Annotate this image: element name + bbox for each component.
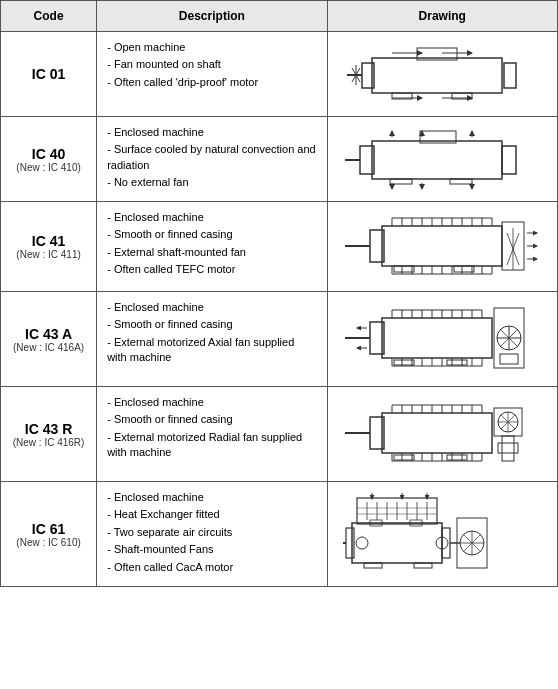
- ic-new-code: (New : IC 416A): [9, 342, 88, 353]
- svg-rect-93: [500, 354, 518, 364]
- svg-rect-62: [454, 266, 474, 272]
- description-item: Smooth or finned casing: [107, 317, 316, 332]
- drawing-cell: [327, 32, 557, 117]
- table-row: IC 40(New : IC 410)Enclosed machineSurfa…: [1, 117, 558, 202]
- code-cell: IC 43 R(New : IC 416R): [1, 387, 97, 482]
- description-item: Two separate air circuits: [107, 525, 316, 540]
- code-cell: IC 40(New : IC 410): [1, 117, 97, 202]
- description-item: Smooth or finned casing: [107, 227, 316, 242]
- ic-code: IC 40: [9, 146, 88, 162]
- description-item: Enclosed machine: [107, 395, 316, 410]
- description-item: Enclosed machine: [107, 210, 316, 225]
- description-item: Enclosed machine: [107, 300, 316, 315]
- svg-rect-132: [394, 455, 414, 460]
- description-cell: Enclosed machineSmooth or finned casingE…: [97, 387, 327, 482]
- ic-code: IC 43 A: [9, 326, 88, 342]
- drawing-cell: [327, 387, 557, 482]
- ic-new-code: (New : IC 411): [9, 249, 88, 260]
- description-cell: Enclosed machineSmooth or finned casingE…: [97, 292, 327, 387]
- drawing-cell: [327, 202, 557, 292]
- description-item: No external fan: [107, 175, 316, 190]
- description-item: Enclosed machine: [107, 125, 316, 140]
- svg-rect-134: [352, 523, 442, 563]
- ic-code: IC 41: [9, 233, 88, 249]
- description-item: Fan mounted on shaft: [107, 57, 316, 72]
- ic-new-code: (New : IC 416R): [9, 437, 88, 448]
- ic-new-code: (New : IC 610): [9, 537, 88, 548]
- svg-rect-98: [447, 360, 467, 365]
- svg-rect-136: [442, 528, 450, 558]
- description-item: Surface cooled by natural convection and…: [107, 142, 316, 173]
- svg-rect-135: [346, 528, 354, 558]
- svg-rect-63: [382, 318, 492, 358]
- table-row: IC 41(New : IC 411)Enclosed machineSmoot…: [1, 202, 558, 292]
- description-item: Often called 'drip-proof' motor: [107, 75, 316, 90]
- description-cell: Enclosed machineSmooth or finned casingE…: [97, 202, 327, 292]
- ic-code: IC 61: [9, 521, 88, 537]
- table-row: IC 01Open machineFan mounted on shaftOft…: [1, 32, 558, 117]
- description-item: Smooth or finned casing: [107, 412, 316, 427]
- table-row: IC 43 R(New : IC 416R)Enclosed machineSm…: [1, 387, 558, 482]
- svg-rect-0: [372, 58, 502, 93]
- description-item: Enclosed machine: [107, 490, 316, 505]
- ic-new-code: (New : IC 410): [9, 162, 88, 173]
- svg-rect-27: [382, 226, 502, 266]
- description-item: External motorized Radial fan supplied w…: [107, 430, 316, 461]
- col-header-description: Description: [97, 1, 327, 32]
- drawing-cell: [327, 482, 557, 587]
- description-cell: Enclosed machineHeat Exchanger fittedTwo…: [97, 482, 327, 587]
- svg-point-148: [356, 537, 368, 549]
- drawing-cell: [327, 292, 557, 387]
- col-header-drawing: Drawing: [327, 1, 557, 32]
- description-item: Open machine: [107, 40, 316, 55]
- svg-rect-129: [502, 436, 514, 461]
- svg-rect-2: [504, 63, 516, 88]
- svg-rect-99: [382, 413, 492, 453]
- drawing-cell: [327, 117, 557, 202]
- table-row: IC 61(New : IC 610)Enclosed machineHeat …: [1, 482, 558, 587]
- description-item: External shaft-mounted fan: [107, 245, 316, 260]
- ic-code: IC 01: [9, 66, 88, 82]
- ic-code: IC 43 R: [9, 421, 88, 437]
- code-cell: IC 43 A(New : IC 416A): [1, 292, 97, 387]
- code-cell: IC 41(New : IC 411): [1, 202, 97, 292]
- svg-rect-16: [502, 146, 516, 174]
- table-row: IC 43 A(New : IC 416A)Enclosed machineSm…: [1, 292, 558, 387]
- code-cell: IC 61(New : IC 610): [1, 482, 97, 587]
- description-item: Often called TEFC motor: [107, 262, 316, 277]
- svg-rect-14: [372, 141, 502, 179]
- description-cell: Open machineFan mounted on shaftOften ca…: [97, 32, 327, 117]
- description-cell: Enclosed machineSurface cooled by natura…: [97, 117, 327, 202]
- description-item: External motorized Axial fan supplied wi…: [107, 335, 316, 366]
- col-header-code: Code: [1, 1, 97, 32]
- svg-rect-130: [498, 443, 518, 453]
- description-item: Shaft-mounted Fans: [107, 542, 316, 557]
- svg-rect-133: [447, 455, 467, 460]
- code-cell: IC 01: [1, 32, 97, 117]
- description-item: Often called CacA motor: [107, 560, 316, 575]
- description-item: Heat Exchanger fitted: [107, 507, 316, 522]
- svg-rect-97: [394, 360, 414, 365]
- svg-rect-61: [394, 266, 414, 272]
